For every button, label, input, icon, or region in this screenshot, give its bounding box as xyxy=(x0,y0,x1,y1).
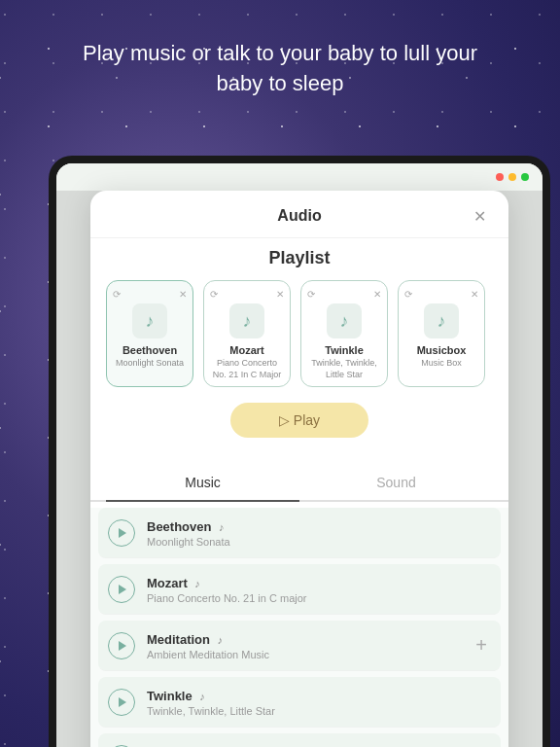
card-subtitle: Piano Concerto No. 21 In C Major xyxy=(210,358,284,380)
music-item-3[interactable]: Twinkle ♪ Twinkle, Twinkle, Little Star xyxy=(98,677,501,728)
dot-green xyxy=(521,173,529,181)
music-name-3: Twinkle ♪ xyxy=(147,687,491,704)
music-item-1[interactable]: Mozart ♪ Piano Concerto No. 21 in C majo… xyxy=(98,564,501,615)
modal-title: Audio xyxy=(131,207,468,225)
music-sub-3: Twinkle, Twinkle, Little Star xyxy=(147,705,491,717)
tablet-frame: Audio ✕ Playlist ⟳ ✕ ♪ Beethoven Moonlig… xyxy=(49,156,550,747)
modal-header: Audio ✕ xyxy=(90,191,508,238)
play-triangle-2 xyxy=(119,641,126,651)
playlist-section: Playlist ⟳ ✕ ♪ Beethoven Moonlight Sonat… xyxy=(90,238,508,465)
play-button-container: ▷ Play xyxy=(106,403,493,438)
card-top-icons: ⟳ ✕ xyxy=(113,289,187,300)
card-music-icon: ♪ xyxy=(327,303,362,338)
card-name: Mozart xyxy=(210,344,284,356)
card-name: Musicbox xyxy=(404,344,478,356)
music-info-2: Meditation ♪ Ambient Meditation Music xyxy=(147,630,472,660)
music-item-4[interactable]: Chopin ♪ Nocturne Op. 9 No.2 + xyxy=(98,733,501,747)
play-triangle-3 xyxy=(119,697,126,707)
playlist-card-3[interactable]: ⟳ ✕ ♪ Musicbox Music Box xyxy=(398,280,485,387)
card-music-icon: ♪ xyxy=(424,303,459,338)
play-button[interactable]: ▷ Play xyxy=(230,403,368,438)
play-triangle-1 xyxy=(119,585,126,594)
card-subtitle: Moonlight Sonata xyxy=(113,358,187,370)
close-button[interactable]: ✕ xyxy=(468,204,491,228)
dot-yellow xyxy=(508,173,516,181)
play-circle-3[interactable] xyxy=(108,689,135,716)
add-button-2[interactable]: + xyxy=(472,634,491,657)
audio-modal: Audio ✕ Playlist ⟳ ✕ ♪ Beethoven Moonlig… xyxy=(90,191,508,747)
modal-overlay: Audio ✕ Playlist ⟳ ✕ ♪ Beethoven Moonlig… xyxy=(56,191,542,747)
music-name-2: Meditation ♪ xyxy=(147,630,472,648)
remove-icon[interactable]: ✕ xyxy=(179,289,187,300)
music-name-4: Chopin ♪ xyxy=(147,743,472,747)
playlist-title: Playlist xyxy=(106,248,493,268)
music-name-1: Mozart ♪ xyxy=(147,574,491,591)
repeat-icon[interactable]: ⟳ xyxy=(404,289,412,300)
music-sub-2: Ambient Meditation Music xyxy=(147,649,472,660)
card-top-icons: ⟳ ✕ xyxy=(307,289,381,300)
music-info-0: Beethoven ♪ Moonlight Sonata xyxy=(147,517,491,548)
tab-music[interactable]: Music xyxy=(106,465,299,502)
card-subtitle: Twinkle, Twinkle, Little Star xyxy=(307,358,381,380)
music-info-3: Twinkle ♪ Twinkle, Twinkle, Little Star xyxy=(147,687,491,717)
tablet-screen: Audio ✕ Playlist ⟳ ✕ ♪ Beethoven Moonlig… xyxy=(56,163,542,747)
remove-icon[interactable]: ✕ xyxy=(276,289,284,300)
remove-icon[interactable]: ✕ xyxy=(471,289,478,300)
card-music-icon: ♪ xyxy=(132,303,167,338)
card-top-icons: ⟳ ✕ xyxy=(404,289,478,300)
tab-sound[interactable]: Sound xyxy=(299,465,493,502)
play-triangle-0 xyxy=(119,528,126,538)
card-name: Twinkle xyxy=(307,344,381,356)
music-info-1: Mozart ♪ Piano Concerto No. 21 in C majo… xyxy=(147,574,491,604)
remove-icon[interactable]: ✕ xyxy=(373,289,381,300)
header-text: Play music or talk to your baby to lull … xyxy=(0,39,560,99)
card-music-icon: ♪ xyxy=(229,303,264,338)
play-circle-0[interactable] xyxy=(108,519,135,547)
music-list: Beethoven ♪ Moonlight Sonata Mozart ♪ Pi… xyxy=(90,508,508,747)
playlist-card-0[interactable]: ⟳ ✕ ♪ Beethoven Moonlight Sonata xyxy=(106,280,193,387)
card-subtitle: Music Box xyxy=(404,358,478,370)
play-circle-1[interactable] xyxy=(108,576,135,603)
music-name-0: Beethoven ♪ xyxy=(147,517,491,535)
playlist-card-1[interactable]: ⟳ ✕ ♪ Mozart Piano Concerto No. 21 In C … xyxy=(203,280,291,387)
music-sub-0: Moonlight Sonata xyxy=(147,536,491,548)
music-info-4: Chopin ♪ Nocturne Op. 9 No.2 xyxy=(147,743,472,747)
repeat-icon[interactable]: ⟳ xyxy=(113,289,121,300)
music-item-0[interactable]: Beethoven ♪ Moonlight Sonata xyxy=(98,508,501,558)
tab-bar: Music Sound xyxy=(90,465,508,502)
card-top-icons: ⟳ ✕ xyxy=(210,289,284,300)
play-circle-2[interactable] xyxy=(108,632,135,659)
music-sub-1: Piano Concerto No. 21 in C major xyxy=(147,592,491,604)
playlist-card-2[interactable]: ⟳ ✕ ♪ Twinkle Twinkle, Twinkle, Little S… xyxy=(300,280,388,387)
dot-red xyxy=(496,173,504,181)
playlist-scroll[interactable]: ⟳ ✕ ♪ Beethoven Moonlight Sonata ⟳ ✕ ♪ M… xyxy=(106,280,493,393)
tablet-top-bar xyxy=(56,163,542,191)
card-name: Beethoven xyxy=(113,344,187,356)
music-item-2[interactable]: Meditation ♪ Ambient Meditation Music + xyxy=(98,621,501,671)
repeat-icon[interactable]: ⟳ xyxy=(210,289,218,300)
repeat-icon[interactable]: ⟳ xyxy=(307,289,315,300)
